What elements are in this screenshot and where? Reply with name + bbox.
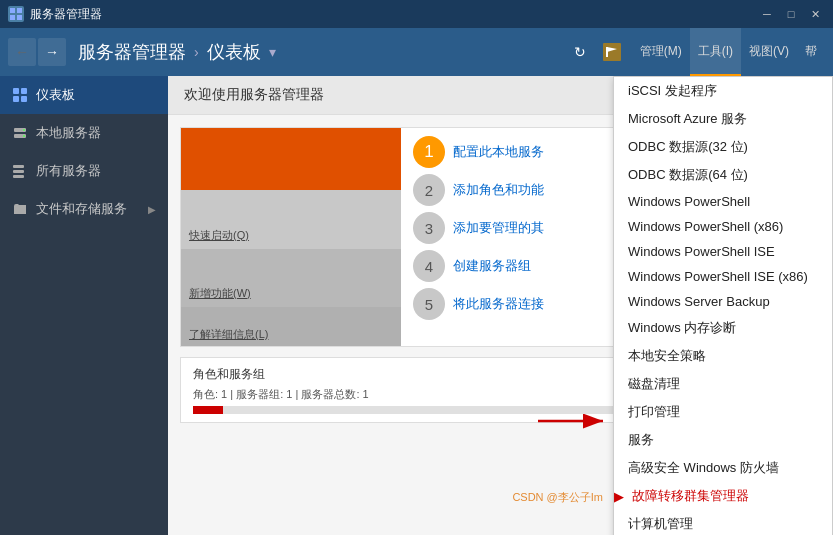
step-5-num: 5 [413,288,445,320]
svg-rect-16 [13,175,24,178]
menu-failover-cluster[interactable]: ▶ 故障转移群集管理器 [614,482,832,510]
svg-rect-8 [13,96,19,102]
svg-rect-6 [13,88,19,94]
svg-rect-14 [13,165,24,168]
back-button[interactable]: ← [8,38,36,66]
sidebar-dashboard-label: 仪表板 [36,86,75,104]
minimize-button[interactable]: ─ [757,4,777,24]
menu-print-mgmt[interactable]: 打印管理 [614,398,832,426]
sidebar-item-dashboard[interactable]: 仪表板 [0,76,168,114]
close-button[interactable]: ✕ [805,4,825,24]
forward-button[interactable]: → [38,38,66,66]
step-3-link[interactable]: 添加要管理的其 [453,219,544,237]
dashboard-icon [12,87,28,103]
content-area: 仪表板 本地服务器 [0,76,833,535]
watermark: CSDN @李公子Im [512,490,603,505]
menu-local-security[interactable]: 本地安全策略 [614,342,832,370]
menu-powershell[interactable]: Windows PowerShell [614,189,832,214]
main-panel: 欢迎使用服务器管理器 快速启动(Q) 新增功能(W) 了解详细信息(L [168,76,833,535]
svg-rect-4 [603,43,621,61]
breadcrumb: 服务器管理器 › 仪表板 ▾ [78,40,564,64]
toolbar: ← → 服务器管理器 › 仪表板 ▾ ↻ 管理(M) 工具(I) 视图(V) 帮 [0,28,833,76]
tile-new-features[interactable]: 新增功能(W) [181,249,401,308]
folder-icon [12,201,28,217]
svg-rect-0 [10,8,15,13]
menu-iscsi[interactable]: iSCSI 发起程序 [614,77,832,105]
svg-rect-2 [10,15,15,20]
step-5-link[interactable]: 将此服务器连接 [453,295,544,313]
step-2-link[interactable]: 添加角色和功能 [453,181,544,199]
sidebar-item-file-storage[interactable]: 文件和存储服务 ▶ [0,190,168,228]
sidebar-file-storage-label: 文件和存储服务 [36,200,127,218]
step-2-num: 2 [413,174,445,206]
sidebar-all-servers-label: 所有服务器 [36,162,101,180]
maximize-button[interactable]: □ [781,4,801,24]
tiles-column: 快速启动(Q) 新增功能(W) 了解详细信息(L) [181,128,401,346]
svg-rect-15 [13,170,24,173]
svg-rect-3 [17,15,22,20]
step-1-num: 1 [413,136,445,168]
svg-rect-9 [21,96,27,102]
flag-icon [600,40,624,64]
menu-help[interactable]: 帮 [797,28,825,76]
step-4-num: 4 [413,250,445,282]
menu-view[interactable]: 视图(V) [741,28,797,76]
menu-disk-cleanup[interactable]: 磁盘清理 [614,370,832,398]
breadcrumb-root[interactable]: 服务器管理器 [78,40,186,64]
breadcrumb-expand-icon[interactable]: ▾ [269,44,276,60]
sidebar-expand-icon: ▶ [148,204,156,215]
sidebar-item-local-server[interactable]: 本地服务器 [0,114,168,152]
menu-azure[interactable]: Microsoft Azure 服务 [614,105,832,133]
menu-services[interactable]: 服务 [614,426,832,454]
red-arrow [533,406,613,436]
all-servers-icon [12,163,28,179]
menubar: 管理(M) 工具(I) 视图(V) 帮 [632,28,825,76]
tile-learn-more-label[interactable]: 了解详细信息(L) [189,327,268,342]
step-4-link[interactable]: 创建服务器组 [453,257,531,275]
title-bar-text: 服务器管理器 [30,6,102,23]
tile-top [181,128,401,190]
menu-odbc64[interactable]: ODBC 数据源(64 位) [614,161,832,189]
active-arrow-icon: ▶ [614,489,624,504]
roles-bar-fill [193,406,223,414]
tile-learn-more[interactable]: 了解详细信息(L) [181,307,401,346]
tools-dropdown-menu: iSCSI 发起程序 Microsoft Azure 服务 ODBC 数据源(3… [613,76,833,535]
sidebar: 仪表板 本地服务器 [0,76,168,535]
breadcrumb-current: 仪表板 [207,40,261,64]
menu-odbc32[interactable]: ODBC 数据源(32 位) [614,133,832,161]
menu-computer-mgmt[interactable]: 计算机管理 [614,510,832,535]
sidebar-local-server-label: 本地服务器 [36,124,101,142]
menu-firewall[interactable]: 高级安全 Windows 防火墙 [614,454,832,482]
svg-point-12 [23,129,25,131]
menu-powershell-x86[interactable]: Windows PowerShell (x86) [614,214,832,239]
app-icon [8,6,24,22]
title-bar: 服务器管理器 ─ □ ✕ [0,0,833,28]
menu-memory-diag[interactable]: Windows 内存诊断 [614,314,832,342]
refresh-button[interactable]: ↻ [568,40,592,64]
menu-powershell-ise[interactable]: Windows PowerShell ISE [614,239,832,264]
svg-rect-7 [21,88,27,94]
tile-new-features-label[interactable]: 新增功能(W) [189,286,251,301]
window-controls: ─ □ ✕ [757,4,825,24]
failover-cluster-label: 故障转移群集管理器 [632,488,749,503]
tile-quick-start[interactable]: 快速启动(Q) [181,190,401,249]
menu-powershell-ise-x86[interactable]: Windows PowerShell ISE (x86) [614,264,832,289]
step-3-num: 3 [413,212,445,244]
app-window: ← → 服务器管理器 › 仪表板 ▾ ↻ 管理(M) 工具(I) 视图(V) 帮 [0,28,833,535]
menu-tools[interactable]: 工具(I) [690,28,741,76]
nav-buttons: ← → [8,38,66,66]
menu-windows-server-backup[interactable]: Windows Server Backup [614,289,832,314]
menu-manage[interactable]: 管理(M) [632,28,690,76]
local-server-icon [12,125,28,141]
sidebar-item-all-servers[interactable]: 所有服务器 [0,152,168,190]
step-1-link[interactable]: 配置此本地服务 [453,143,544,161]
breadcrumb-separator: › [194,44,199,60]
tile-quick-start-label[interactable]: 快速启动(Q) [189,228,249,243]
welcome-title: 欢迎使用服务器管理器 [184,86,324,102]
svg-point-13 [23,135,25,137]
svg-rect-1 [17,8,22,13]
